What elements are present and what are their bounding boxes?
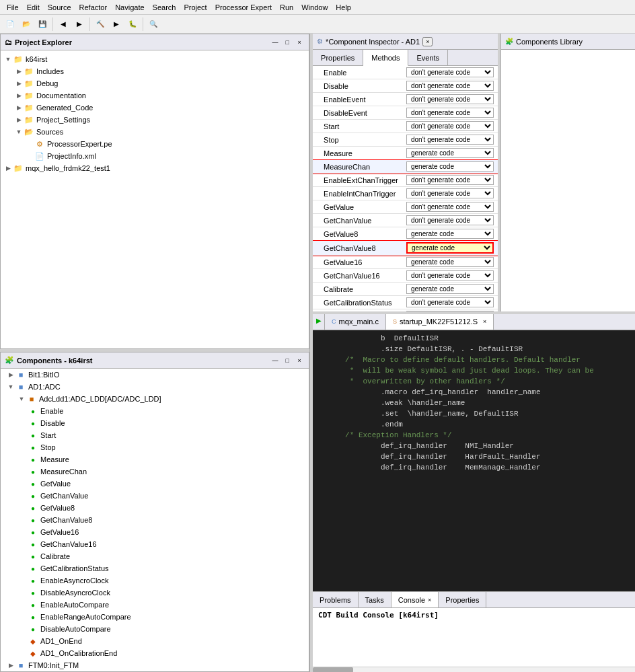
tree-item-processorexpert[interactable]: ⚙ ProcessorExpert.pe <box>1 138 309 150</box>
expand-k64irst[interactable]: ▼ <box>3 54 13 64</box>
tree-item-debug[interactable]: ▶ 📁 Debug <box>1 77 309 89</box>
method-value-cell[interactable]: don't generate codegenerate code <box>402 256 498 269</box>
method-value-cell[interactable]: don't generate codegenerate code <box>402 133 498 147</box>
tab-methods[interactable]: Methods <box>363 50 408 66</box>
method-value-cell[interactable]: don't generate codegenerate code <box>402 227 498 241</box>
console-scrollbar[interactable] <box>313 667 635 672</box>
expand-mqx[interactable]: ▶ <box>3 163 13 173</box>
toolbar-forward[interactable]: ▶ <box>72 17 87 32</box>
minimize-btn[interactable]: — <box>270 37 281 48</box>
toolbar-search[interactable]: 🔍 <box>146 17 161 32</box>
console-tab-tasks[interactable]: Tasks <box>359 592 391 607</box>
close-btn[interactable]: × <box>294 37 305 48</box>
method-select[interactable]: don't generate codegenerate code <box>406 242 494 254</box>
menu-search[interactable]: Search <box>149 2 180 13</box>
code-line[interactable]: * overwritten by other handlers */ <box>313 376 635 387</box>
code-line[interactable]: /* Macro to define default handlers. Def… <box>313 354 635 365</box>
menu-source[interactable]: Source <box>44 2 75 13</box>
expand-ftm0[interactable]: ▶ <box>6 661 15 670</box>
comp-item-disableautocompare[interactable]: ● DisableAutoCompare <box>1 623 309 635</box>
method-value-cell[interactable]: don't generate codegenerate code <box>402 66 498 79</box>
comp-item-enableasyncclock[interactable]: ● EnableAsyncroClock <box>1 574 309 587</box>
code-line[interactable]: .set \handler_name, DefaultISR <box>313 408 635 419</box>
menu-help[interactable]: Help <box>332 2 355 13</box>
comp-item-enableautocompare[interactable]: ● EnableAutoCompare <box>1 599 309 611</box>
expand-includes[interactable]: ▶ <box>14 67 24 76</box>
expand-adcldd1[interactable]: ▼ <box>17 394 26 404</box>
method-value-cell[interactable]: don't generate codegenerate code <box>402 214 498 227</box>
method-select[interactable]: don't generate codegenerate code <box>406 67 494 77</box>
method-select[interactable]: don't generate codegenerate code <box>406 257 494 267</box>
method-value-cell[interactable]: don't generate codegenerate code <box>402 147 498 160</box>
tree-item-generated-code[interactable]: ▶ 📁 Generated_Code <box>1 102 309 114</box>
comp-item-bit1[interactable]: ▶ ■ Bit1:BitIO <box>1 369 309 381</box>
method-select[interactable]: don't generate codegenerate code <box>406 215 494 225</box>
menu-refactor[interactable]: Refactor <box>75 2 112 13</box>
menu-project[interactable]: Project <box>180 2 211 13</box>
method-value-cell[interactable]: don't generate codegenerate code <box>402 241 498 256</box>
comp-item-disableasyncclock[interactable]: ● DisableAsyncroClock <box>1 587 309 599</box>
console-tab-properties[interactable]: Properties <box>439 592 486 607</box>
method-select[interactable]: don't generate codegenerate code <box>406 121 494 131</box>
code-line[interactable]: /* Exception Handlers */ <box>313 430 635 441</box>
comp-item-disable[interactable]: ● Disable <box>1 417 309 429</box>
method-select[interactable]: don't generate codegenerate code <box>406 175 494 185</box>
comp-item-ad1onend[interactable]: ◆ AD1_OnEnd <box>1 635 309 647</box>
toolbar-new[interactable]: 📄 <box>3 17 17 32</box>
tab-events[interactable]: Events <box>408 50 448 65</box>
maximize-btn[interactable]: □ <box>282 37 293 48</box>
comp-item-measure[interactable]: ● Measure <box>1 453 309 465</box>
method-value-cell[interactable]: don't generate codegenerate code <box>402 296 498 309</box>
method-select[interactable]: don't generate codegenerate code <box>406 202 494 212</box>
comp-item-enable[interactable]: ● Enable <box>1 405 309 417</box>
menu-edit[interactable]: Edit <box>23 2 44 13</box>
method-select[interactable]: don't generate codegenerate code <box>406 188 494 198</box>
code-tab-startup[interactable]: S startup_MK22F51212.S × <box>386 314 494 330</box>
tree-item-project-settings[interactable]: ▶ 📁 Project_Settings <box>1 114 309 126</box>
console-tab-problems[interactable]: Problems <box>313 592 358 607</box>
menu-run[interactable]: Run <box>276 2 297 13</box>
method-select[interactable]: don't generate codegenerate code <box>406 94 494 104</box>
tree-item-mqx[interactable]: ▶ 📁 mqx_hello_frdmk22_test1 <box>1 162 309 174</box>
toolbar-back[interactable]: ◀ <box>56 17 71 32</box>
comp-item-start[interactable]: ● Start <box>1 429 309 441</box>
method-select[interactable]: don't generate codegenerate code <box>406 161 494 172</box>
tree-item-sources[interactable]: ▼ 📂 Sources <box>1 126 309 138</box>
method-select[interactable]: don't generate codegenerate code <box>406 229 494 239</box>
method-select[interactable]: don't generate codegenerate code <box>406 148 494 158</box>
tree-item-projectinfo[interactable]: 📄 ProjectInfo.xml <box>1 150 309 162</box>
code-tab-mqx-main[interactable]: C mqx_main.c <box>325 314 386 330</box>
console-tab-console[interactable]: Console × <box>391 592 439 607</box>
expand-bit1[interactable]: ▶ <box>6 370 15 379</box>
method-value-cell[interactable]: don't generate codegenerate code <box>402 160 498 174</box>
comp-item-getchanvalue8[interactable]: ● GetChanValue8 <box>1 514 309 526</box>
comp-item-ad1oncalibrationend[interactable]: ◆ AD1_OnCalibrationEnd <box>1 647 309 659</box>
toolbar-build[interactable]: 🔨 <box>93 17 108 32</box>
code-line[interactable]: .size DefaultISR, . - DefaultISR <box>313 344 635 354</box>
method-value-cell[interactable]: don't generate codegenerate code <box>402 269 498 283</box>
code-line[interactable]: def_irq_handler NMI_Handler <box>313 441 635 451</box>
comp-minimize-btn[interactable]: — <box>270 355 281 366</box>
method-select[interactable]: don't generate codegenerate code <box>406 81 494 91</box>
method-value-cell[interactable]: don't generate codegenerate code <box>402 174 498 187</box>
code-line[interactable]: def_irq_handler MemManage_Handler <box>313 462 635 473</box>
toolbar-save[interactable]: 💾 <box>35 17 50 32</box>
comp-item-ftm0[interactable]: ▶ ■ FTM0:Init_FTM <box>1 659 309 671</box>
comp-close-btn[interactable]: × <box>294 355 305 366</box>
toolbar-open[interactable]: 📂 <box>19 17 34 32</box>
menu-file[interactable]: File <box>3 2 23 13</box>
toolbar-run[interactable]: ▶ <box>109 17 124 32</box>
expand-generated-code[interactable]: ▶ <box>14 103 24 112</box>
expand-sources[interactable]: ▼ <box>14 127 24 137</box>
menu-navigate[interactable]: Navigate <box>111 2 148 13</box>
comp-item-getvalue8[interactable]: ● GetValue8 <box>1 502 309 514</box>
comp-item-adcldd1[interactable]: ▼ ■ AdcLdd1:ADC_LDD[ADC/ADC_LDD] <box>1 393 309 405</box>
comp-item-calibrate[interactable]: ● Calibrate <box>1 550 309 562</box>
tree-item-k64irst[interactable]: ▼ 📁 k64irst <box>1 53 309 65</box>
comp-item-getcalibrationstatus[interactable]: ● GetCalibrationStatus <box>1 562 309 574</box>
method-value-cell[interactable]: don't generate codegenerate code <box>402 120 498 133</box>
method-value-cell[interactable]: don't generate codegenerate code <box>402 283 498 296</box>
comp-maximize-btn[interactable]: □ <box>282 355 293 366</box>
ci-close-btn[interactable]: × <box>422 37 433 46</box>
code-line[interactable]: b DefaultISR <box>313 333 635 344</box>
